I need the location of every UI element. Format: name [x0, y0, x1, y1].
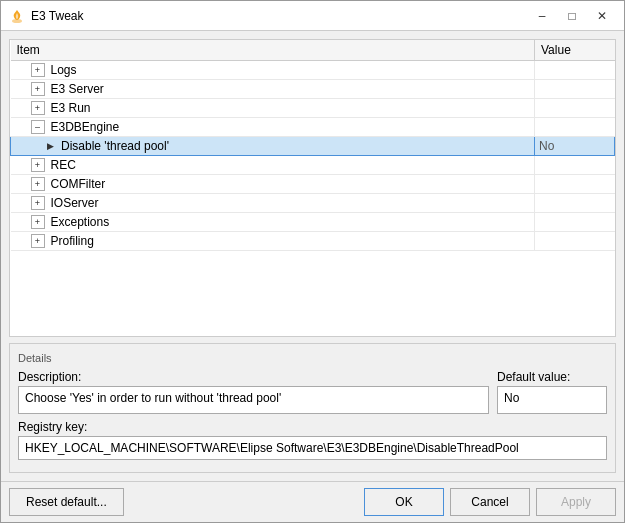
tree-item-label: Exceptions: [51, 215, 110, 229]
tree-header: Item Value: [11, 40, 615, 61]
tree-body: +Logs+E3 Server+E3 Run–E3DBEngine▶Disabl…: [11, 61, 615, 251]
tree-item-value: No: [535, 137, 615, 156]
registry-row: Registry key: HKEY_LOCAL_MACHINE\SOFTWAR…: [18, 420, 607, 460]
registry-label: Registry key:: [18, 420, 607, 434]
tree-panel[interactable]: Item Value +Logs+E3 Server+E3 Run–E3DBEn…: [9, 39, 616, 337]
window-controls: – □ ✕: [528, 5, 616, 27]
expand-icon[interactable]: –: [31, 120, 45, 134]
tree-row[interactable]: –E3DBEngine: [11, 118, 615, 137]
expand-icon[interactable]: +: [31, 158, 45, 172]
col-item: Item: [11, 40, 535, 61]
tree-row[interactable]: +Logs: [11, 61, 615, 80]
title-bar: E3 Tweak – □ ✕: [1, 1, 624, 31]
tree-row[interactable]: +IOServer: [11, 194, 615, 213]
tree-item-label: E3 Server: [51, 82, 104, 96]
tree-item-label: Profiling: [51, 234, 94, 248]
app-icon: [9, 8, 25, 24]
expand-icon[interactable]: +: [31, 82, 45, 96]
main-window: E3 Tweak – □ ✕ Item Value +Logs+E3 Serve…: [0, 0, 625, 523]
col-value: Value: [535, 40, 615, 61]
tree-item-value: [535, 99, 615, 118]
default-value: No: [497, 386, 607, 414]
expand-icon[interactable]: +: [31, 196, 45, 210]
minimize-button[interactable]: –: [528, 5, 556, 27]
tree-item-label: COMFilter: [51, 177, 106, 191]
button-bar: Reset default... OK Cancel Apply: [1, 481, 624, 522]
tree-row[interactable]: +REC: [11, 156, 615, 175]
cancel-button[interactable]: Cancel: [450, 488, 530, 516]
apply-button[interactable]: Apply: [536, 488, 616, 516]
content-area: Item Value +Logs+E3 Server+E3 Run–E3DBEn…: [1, 31, 624, 481]
default-value-col: Default value: No: [497, 370, 607, 414]
tree-item-label: Disable 'thread pool': [61, 139, 169, 153]
tree-item-value: [535, 156, 615, 175]
tree-item-value: [535, 194, 615, 213]
tree-row[interactable]: +Exceptions: [11, 213, 615, 232]
details-section: Details Description: Choose 'Yes' in ord…: [9, 343, 616, 473]
tree-item-label: E3DBEngine: [51, 120, 120, 134]
arrow-icon[interactable]: ▶: [45, 139, 55, 153]
details-row: Description: Choose 'Yes' in order to ru…: [18, 370, 607, 414]
tree-row[interactable]: +COMFilter: [11, 175, 615, 194]
close-button[interactable]: ✕: [588, 5, 616, 27]
reset-default-button[interactable]: Reset default...: [9, 488, 124, 516]
expand-icon[interactable]: +: [31, 215, 45, 229]
tree-item-label: E3 Run: [51, 101, 91, 115]
tree-item-value: [535, 232, 615, 251]
ok-button[interactable]: OK: [364, 488, 444, 516]
tree-item-label: Logs: [51, 63, 77, 77]
description-col: Description: Choose 'Yes' in order to ru…: [18, 370, 489, 414]
expand-icon[interactable]: +: [31, 63, 45, 77]
tree-row[interactable]: ▶Disable 'thread pool'No: [11, 137, 615, 156]
tree-item-label: IOServer: [51, 196, 99, 210]
maximize-button[interactable]: □: [558, 5, 586, 27]
tree-item-value: [535, 213, 615, 232]
details-title: Details: [18, 352, 607, 364]
registry-value: HKEY_LOCAL_MACHINE\SOFTWARE\Elipse Softw…: [18, 436, 607, 460]
description-value: Choose 'Yes' in order to run without 'th…: [18, 386, 489, 414]
window-title: E3 Tweak: [31, 9, 528, 23]
tree-row[interactable]: +Profiling: [11, 232, 615, 251]
expand-icon[interactable]: +: [31, 177, 45, 191]
tree-table: Item Value +Logs+E3 Server+E3 Run–E3DBEn…: [10, 40, 615, 251]
tree-item-value: [535, 80, 615, 99]
tree-row[interactable]: +E3 Run: [11, 99, 615, 118]
tree-row[interactable]: +E3 Server: [11, 80, 615, 99]
tree-item-value: [535, 118, 615, 137]
tree-item-value: [535, 175, 615, 194]
expand-icon[interactable]: +: [31, 101, 45, 115]
tree-item-value: [535, 61, 615, 80]
expand-icon[interactable]: +: [31, 234, 45, 248]
default-value-label: Default value:: [497, 370, 607, 384]
tree-item-label: REC: [51, 158, 76, 172]
description-label: Description:: [18, 370, 489, 384]
